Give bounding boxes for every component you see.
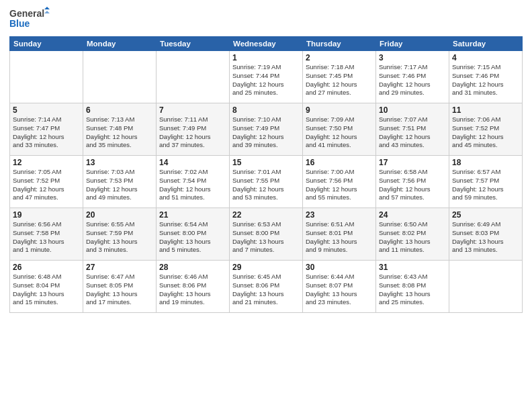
day-cell: 26Sunrise: 6:48 AMSunset: 8:04 PMDayligh… xyxy=(10,261,83,313)
day-cell: 17Sunrise: 6:58 AMSunset: 7:56 PMDayligh… xyxy=(376,156,449,208)
day-number: 12 xyxy=(13,158,80,167)
day-info: Sunrise: 7:13 AMSunset: 7:48 PMDaylight:… xyxy=(86,116,153,150)
day-cell: 13Sunrise: 7:03 AMSunset: 7:53 PMDayligh… xyxy=(83,156,157,208)
header: General Blue xyxy=(9,7,523,31)
weekday-thursday: Thursday xyxy=(303,37,376,51)
day-cell: 19Sunrise: 6:56 AMSunset: 7:58 PMDayligh… xyxy=(10,208,83,261)
day-number: 22 xyxy=(232,210,300,220)
svg-text:Blue: Blue xyxy=(9,18,30,29)
week-row-1: 1Sunrise: 7:19 AMSunset: 7:44 PMDaylight… xyxy=(10,51,523,103)
logo: General Blue xyxy=(9,7,50,31)
day-number: 16 xyxy=(306,158,373,167)
svg-text:General: General xyxy=(9,8,44,19)
day-number: 30 xyxy=(306,263,373,272)
day-number: 13 xyxy=(86,158,153,167)
week-row-3: 12Sunrise: 7:05 AMSunset: 7:52 PMDayligh… xyxy=(10,156,523,208)
day-number: 31 xyxy=(379,263,446,272)
day-number: 20 xyxy=(86,210,153,220)
day-number: 1 xyxy=(232,53,300,62)
weekday-saturday: Saturday xyxy=(449,37,523,51)
svg-marker-2 xyxy=(44,7,50,9)
day-cell xyxy=(449,261,523,313)
day-number: 25 xyxy=(452,210,519,220)
day-number: 10 xyxy=(379,105,446,115)
day-number: 26 xyxy=(13,263,80,272)
day-number: 15 xyxy=(232,158,300,167)
day-info: Sunrise: 6:49 AMSunset: 8:03 PMDaylight:… xyxy=(452,220,519,255)
weekday-wednesday: Wednesday xyxy=(230,37,303,51)
weekday-tuesday: Tuesday xyxy=(157,37,230,51)
day-info: Sunrise: 7:09 AMSunset: 7:50 PMDaylight:… xyxy=(306,116,373,150)
day-cell: 27Sunrise: 6:47 AMSunset: 8:05 PMDayligh… xyxy=(83,261,157,313)
day-cell: 16Sunrise: 7:00 AMSunset: 7:56 PMDayligh… xyxy=(303,156,376,208)
day-number: 4 xyxy=(452,53,519,62)
day-cell: 2Sunrise: 7:18 AMSunset: 7:45 PMDaylight… xyxy=(303,51,376,103)
day-cell: 15Sunrise: 7:01 AMSunset: 7:55 PMDayligh… xyxy=(230,156,303,208)
weekday-sunday: Sunday xyxy=(10,37,83,51)
day-info: Sunrise: 6:54 AMSunset: 8:00 PMDaylight:… xyxy=(159,220,226,255)
day-info: Sunrise: 6:50 AMSunset: 8:02 PMDaylight:… xyxy=(379,220,446,255)
day-info: Sunrise: 6:58 AMSunset: 7:56 PMDaylight:… xyxy=(379,168,446,202)
day-cell: 7Sunrise: 7:11 AMSunset: 7:49 PMDaylight… xyxy=(157,103,230,156)
day-cell: 4Sunrise: 7:15 AMSunset: 7:46 PMDaylight… xyxy=(449,51,523,103)
day-info: Sunrise: 6:48 AMSunset: 8:04 PMDaylight:… xyxy=(13,273,80,307)
week-row-5: 26Sunrise: 6:48 AMSunset: 8:04 PMDayligh… xyxy=(10,261,523,313)
week-row-2: 5Sunrise: 7:14 AMSunset: 7:47 PMDaylight… xyxy=(10,103,523,156)
day-info: Sunrise: 7:17 AMSunset: 7:46 PMDaylight:… xyxy=(379,63,446,97)
day-number: 11 xyxy=(452,105,519,115)
day-number: 14 xyxy=(159,158,226,167)
day-cell: 28Sunrise: 6:46 AMSunset: 8:06 PMDayligh… xyxy=(157,261,230,313)
day-cell: 3Sunrise: 7:17 AMSunset: 7:46 PMDaylight… xyxy=(376,51,449,103)
day-cell: 12Sunrise: 7:05 AMSunset: 7:52 PMDayligh… xyxy=(10,156,83,208)
day-number: 5 xyxy=(13,105,80,115)
day-cell: 29Sunrise: 6:45 AMSunset: 8:06 PMDayligh… xyxy=(230,261,303,313)
day-number: 28 xyxy=(159,263,226,272)
day-info: Sunrise: 7:10 AMSunset: 7:49 PMDaylight:… xyxy=(232,116,300,150)
day-cell: 30Sunrise: 6:44 AMSunset: 8:07 PMDayligh… xyxy=(303,261,376,313)
day-number: 9 xyxy=(306,105,373,115)
day-number: 2 xyxy=(306,53,373,62)
weekday-monday: Monday xyxy=(83,37,157,51)
calendar: SundayMondayTuesdayWednesdayThursdayFrid… xyxy=(9,36,523,313)
day-cell: 31Sunrise: 6:43 AMSunset: 8:08 PMDayligh… xyxy=(376,261,449,313)
weekday-header-row: SundayMondayTuesdayWednesdayThursdayFrid… xyxy=(10,37,523,51)
day-info: Sunrise: 7:07 AMSunset: 7:51 PMDaylight:… xyxy=(379,116,446,150)
day-number: 27 xyxy=(86,263,153,272)
logo-svg: General Blue xyxy=(9,7,50,31)
day-number: 29 xyxy=(232,263,300,272)
day-cell xyxy=(10,51,83,103)
day-number: 19 xyxy=(13,210,80,220)
day-cell: 6Sunrise: 7:13 AMSunset: 7:48 PMDaylight… xyxy=(83,103,157,156)
day-number: 17 xyxy=(379,158,446,167)
day-info: Sunrise: 6:44 AMSunset: 8:07 PMDaylight:… xyxy=(306,273,373,307)
weekday-friday: Friday xyxy=(376,37,449,51)
day-info: Sunrise: 7:06 AMSunset: 7:52 PMDaylight:… xyxy=(452,116,519,150)
day-info: Sunrise: 7:02 AMSunset: 7:54 PMDaylight:… xyxy=(159,168,226,202)
day-number: 7 xyxy=(159,105,226,115)
day-info: Sunrise: 7:00 AMSunset: 7:56 PMDaylight:… xyxy=(306,168,373,202)
day-info: Sunrise: 6:53 AMSunset: 8:00 PMDaylight:… xyxy=(232,220,300,255)
day-cell: 5Sunrise: 7:14 AMSunset: 7:47 PMDaylight… xyxy=(10,103,83,156)
day-cell: 10Sunrise: 7:07 AMSunset: 7:51 PMDayligh… xyxy=(376,103,449,156)
day-info: Sunrise: 7:05 AMSunset: 7:52 PMDaylight:… xyxy=(13,168,80,202)
day-info: Sunrise: 6:45 AMSunset: 8:06 PMDaylight:… xyxy=(232,273,300,307)
day-cell: 11Sunrise: 7:06 AMSunset: 7:52 PMDayligh… xyxy=(449,103,523,156)
day-info: Sunrise: 7:15 AMSunset: 7:46 PMDaylight:… xyxy=(452,63,519,97)
day-info: Sunrise: 6:57 AMSunset: 7:57 PMDaylight:… xyxy=(452,168,519,202)
day-number: 6 xyxy=(86,105,153,115)
day-info: Sunrise: 7:03 AMSunset: 7:53 PMDaylight:… xyxy=(86,168,153,202)
day-number: 18 xyxy=(452,158,519,167)
day-cell: 9Sunrise: 7:09 AMSunset: 7:50 PMDaylight… xyxy=(303,103,376,156)
day-info: Sunrise: 6:46 AMSunset: 8:06 PMDaylight:… xyxy=(159,273,226,307)
day-cell: 14Sunrise: 7:02 AMSunset: 7:54 PMDayligh… xyxy=(157,156,230,208)
day-cell: 23Sunrise: 6:51 AMSunset: 8:01 PMDayligh… xyxy=(303,208,376,261)
day-info: Sunrise: 6:55 AMSunset: 7:59 PMDaylight:… xyxy=(86,220,153,255)
day-cell: 25Sunrise: 6:49 AMSunset: 8:03 PMDayligh… xyxy=(449,208,523,261)
day-info: Sunrise: 6:43 AMSunset: 8:08 PMDaylight:… xyxy=(379,273,446,307)
day-cell: 18Sunrise: 6:57 AMSunset: 7:57 PMDayligh… xyxy=(449,156,523,208)
day-info: Sunrise: 7:14 AMSunset: 7:47 PMDaylight:… xyxy=(13,116,80,150)
day-cell: 21Sunrise: 6:54 AMSunset: 8:00 PMDayligh… xyxy=(157,208,230,261)
day-cell: 20Sunrise: 6:55 AMSunset: 7:59 PMDayligh… xyxy=(83,208,157,261)
day-info: Sunrise: 6:56 AMSunset: 7:58 PMDaylight:… xyxy=(13,220,80,255)
day-info: Sunrise: 6:47 AMSunset: 8:05 PMDaylight:… xyxy=(86,273,153,307)
